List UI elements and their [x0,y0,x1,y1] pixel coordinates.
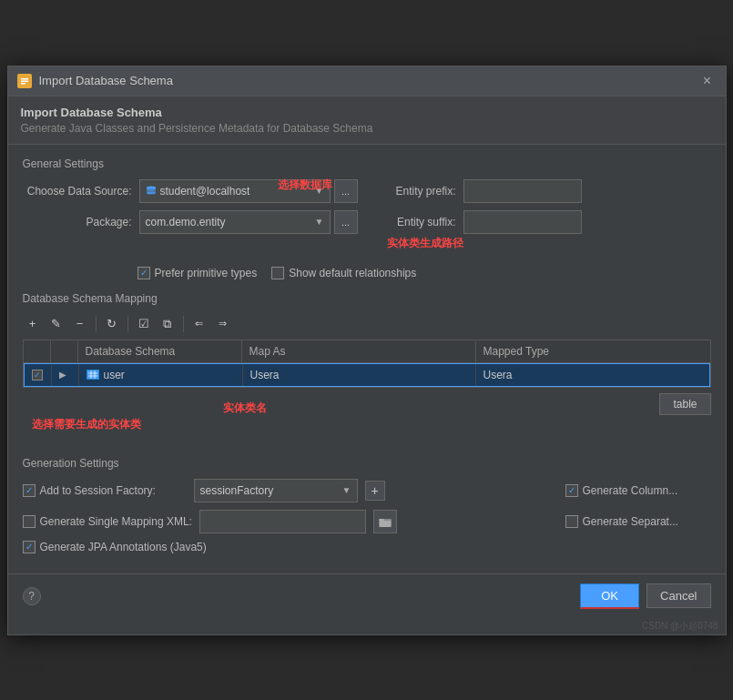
col-header-mapas: Map As [242,340,476,362]
generate-separate-label: Generate Separat... [583,515,678,528]
row-checkbox[interactable]: ✓ [32,370,43,380]
table-header-row: Database Schema Map As Mapped Type [24,340,710,363]
prefer-primitive-checkbox-box[interactable]: ✓ [137,267,150,279]
session-factory-select[interactable]: sessionFactory ▼ [194,479,358,502]
cancel-button[interactable]: Cancel [646,583,710,608]
row-type-value: Usera [484,369,513,381]
schema-toolbar: + ✎ − ↻ ☑ ⧉ ⇐ ⇒ [23,314,711,334]
entity-path-annotation: 实体类生成路径 [387,236,463,251]
datasource-value: student@localhost [160,185,250,198]
jpa-checkbox-item[interactable]: ✓ Generate JPA Annotations (Java5) [23,541,207,553]
toolbar-sep1 [96,316,97,332]
header-main-title: Import Database Schema [21,106,713,119]
session-factory-value: sessionFactory [200,484,274,497]
show-default-label: Show default relationships [289,267,416,279]
entity-prefix-label: Entity prefix: [374,185,456,198]
entity-prefix-field[interactable] [463,179,582,203]
toolbar-align-right-btn[interactable]: ⇒ [213,314,233,334]
schema-table: Database Schema Map As Mapped Type ✓ ▶ [23,340,711,388]
footer-right: OK Cancel [580,583,710,609]
toolbar-remove-btn[interactable]: − [70,314,90,334]
col-header-type: Mapped Type [476,340,710,362]
toolbar-align-left-btn[interactable]: ⇐ [189,314,209,334]
title-bar: Import Database Schema × [8,66,726,96]
dialog-icon [17,74,32,88]
svg-rect-12 [379,519,384,521]
help-button[interactable]: ? [23,587,41,605]
close-button[interactable]: × [698,72,717,90]
session-factory-checkbox[interactable]: ✓ [23,484,36,497]
package-arrow: ▼ [315,217,324,227]
table-annotations-area: 实体类名 选择需要生成的实体类 table [23,393,711,444]
table-btn-area: table [23,393,711,415]
table-row[interactable]: ✓ ▶ [24,363,710,387]
checkboxes-row: ✓ Prefer primitive types Show default re… [137,267,711,279]
single-mapping-browse-btn[interactable] [373,510,397,533]
svg-rect-2 [21,80,28,82]
svg-rect-13 [380,521,391,527]
package-label: Package: [23,216,132,228]
svg-point-4 [147,186,156,188]
toolbar-refresh-btn[interactable]: ↻ [102,314,122,334]
select-entity-annotation: 选择需要生成的实体类 [32,417,141,432]
generate-column-check[interactable]: ✓ Generate Column... [565,484,711,497]
datasource-field-group: student@localhost ▼ ... [139,179,358,203]
generate-column-label: Generate Column... [583,484,678,497]
entity-suffix-label: Entity suffix: [374,216,456,228]
table-db-icon [87,370,99,380]
session-factory-add-btn[interactable]: + [365,481,385,501]
session-factory-arrow: ▼ [342,485,351,495]
watermark: CSDN @小起0748 [8,618,726,634]
dialog-header: Import Database Schema Generate Java Cla… [8,96,726,145]
jpa-checkbox[interactable]: ✓ [23,541,36,553]
generate-separate-checkbox[interactable] [565,515,578,528]
toolbar-add-btn[interactable]: + [23,314,43,334]
toolbar-edit-btn[interactable]: ✎ [46,314,66,334]
prefer-primitive-checkbox[interactable]: ✓ Prefer primitive types [137,267,258,279]
prefer-primitive-label: Prefer primitive types [155,267,258,279]
toolbar-sep2 [127,316,128,332]
toolbar-copy-btn[interactable]: ⧉ [158,314,178,334]
row-check-cell[interactable]: ✓ [25,364,52,386]
dialog-body: General Settings Choose Data Source: stu… [8,145,726,573]
show-default-relationships-checkbox[interactable]: Show default relationships [271,267,416,279]
svg-point-5 [147,191,156,194]
title-bar-left: Import Database Schema [17,74,173,88]
table-button[interactable]: table [659,393,710,415]
datasource-browse-btn[interactable]: ... [334,179,358,203]
choose-datasource-row: Choose Data Source: student@localhost ▼ … [23,179,711,203]
single-mapping-label: Generate Single Mapping XML: [40,515,192,528]
jpa-label: Generate JPA Annotations (Java5) [40,541,207,553]
import-dialog: Import Database Schema × Import Database… [7,66,727,635]
row-mapas-value: Usera [250,369,280,381]
dialog-title: Import Database Schema [39,74,173,87]
schema-mapping-label: Database Schema Mapping [23,292,711,305]
svg-rect-6 [87,370,98,379]
schema-mapping-section: Database Schema Mapping + ✎ − ↻ ☑ ⧉ ⇐ ⇒ [23,292,711,444]
package-wrapper: Package: com.demo.entity ▼ ... Entity su… [23,210,711,234]
show-default-checkbox-box[interactable] [271,267,284,279]
generate-separate-check[interactable]: Generate Separat... [565,515,711,528]
footer-left: ? [23,587,41,605]
row-expand-icon: ▶ [59,370,66,380]
col-header-schema: Database Schema [78,340,242,362]
row-schema-value: user [104,369,125,381]
single-mapping-path[interactable] [199,510,366,533]
toolbar-check-btn[interactable]: ☑ [134,314,154,334]
datasource-arrow: ▼ [315,186,324,196]
session-factory-row: ✓ Add to Session Factory: sessionFactory… [23,479,711,502]
generation-settings-label: Generation Settings [23,457,711,470]
single-mapping-checkbox-item[interactable]: Generate Single Mapping XML: [23,515,192,528]
datasource-label: Choose Data Source: [23,185,132,198]
session-factory-label: Add to Session Factory: [40,484,156,497]
session-factory-checkbox-item[interactable]: ✓ Add to Session Factory: [23,484,187,497]
generate-column-checkbox[interactable]: ✓ [565,484,578,497]
package-select[interactable]: com.demo.entity ▼ [139,210,331,234]
package-browse-btn[interactable]: ... [334,210,358,234]
ok-button[interactable]: OK [580,583,639,609]
entity-suffix-field[interactable] [463,210,582,234]
single-mapping-checkbox[interactable] [23,515,36,528]
row-expand-cell[interactable]: ▶ [52,364,79,386]
dialog-footer: ? OK Cancel [8,573,726,618]
datasource-select[interactable]: student@localhost ▼ [139,179,331,203]
